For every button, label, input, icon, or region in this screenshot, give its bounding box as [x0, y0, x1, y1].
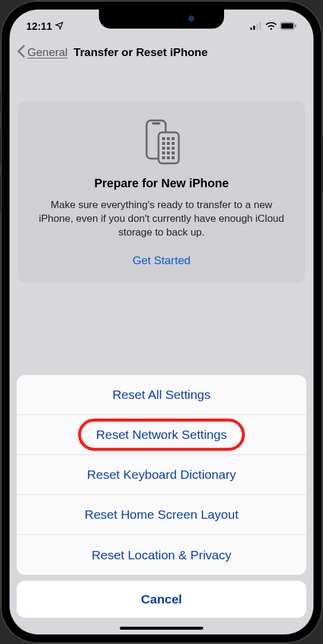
- svg-rect-23: [167, 156, 170, 159]
- prepare-card: Prepare for New iPhone Make sure everyth…: [18, 101, 305, 283]
- svg-rect-21: [172, 151, 175, 154]
- svg-rect-11: [167, 137, 170, 140]
- svg-rect-2: [256, 24, 258, 30]
- get-started-button[interactable]: Get Started: [30, 254, 293, 267]
- svg-rect-16: [162, 147, 165, 150]
- svg-rect-6: [295, 24, 296, 27]
- action-sheet: Reset All SettingsReset Network Settings…: [17, 375, 306, 575]
- action-item-reset-home-screen-layout[interactable]: Reset Home Screen Layout: [17, 495, 306, 535]
- svg-rect-20: [167, 151, 170, 154]
- back-button[interactable]: General: [27, 46, 68, 59]
- content-area: Prepare for New iPhone Make sure everyth…: [10, 67, 313, 283]
- svg-rect-17: [167, 147, 170, 150]
- status-time: 12:11: [26, 21, 52, 33]
- action-item-reset-keyboard-dictionary[interactable]: Reset Keyboard Dictionary: [17, 455, 306, 495]
- svg-rect-13: [162, 142, 165, 145]
- screen: 12:11: [10, 10, 313, 634]
- highlight-ring: [78, 419, 245, 451]
- action-item-reset-network-settings[interactable]: Reset Network Settings: [17, 415, 306, 455]
- card-description: Make sure everything's ready to transfer…: [30, 199, 293, 240]
- svg-rect-24: [172, 156, 175, 159]
- page-title: Transfer or Reset iPhone: [74, 46, 208, 59]
- svg-rect-18: [172, 147, 175, 150]
- volume-down-button: [0, 174, 1, 211]
- status-left: 12:11: [26, 21, 64, 33]
- svg-rect-12: [172, 137, 175, 140]
- phone-frame: 12:11: [0, 0, 323, 644]
- svg-rect-14: [167, 142, 170, 145]
- cellular-signal-icon: [250, 21, 262, 32]
- wifi-icon: [266, 21, 277, 32]
- back-chevron-icon[interactable]: [17, 44, 25, 62]
- volume-up-button: [0, 128, 1, 165]
- svg-rect-3: [259, 22, 261, 30]
- nav-header: General Transfer or Reset iPhone: [10, 38, 313, 67]
- battery-icon: [280, 21, 297, 32]
- svg-rect-8: [152, 122, 160, 125]
- svg-rect-19: [162, 151, 165, 154]
- svg-rect-0: [250, 27, 252, 30]
- svg-rect-15: [172, 142, 175, 145]
- svg-rect-1: [253, 26, 255, 30]
- status-right: [250, 21, 297, 32]
- action-item-reset-location-privacy[interactable]: Reset Location & Privacy: [17, 535, 306, 575]
- mute-switch: [0, 92, 1, 112]
- svg-rect-5: [281, 23, 293, 29]
- notch: [99, 10, 224, 29]
- home-indicator[interactable]: [120, 627, 203, 630]
- action-sheet-overlay: Reset All SettingsReset Network Settings…: [10, 375, 313, 634]
- location-icon: [55, 21, 64, 33]
- cancel-button[interactable]: Cancel: [17, 581, 306, 618]
- svg-rect-22: [162, 156, 165, 159]
- devices-icon: [30, 118, 293, 166]
- card-title: Prepare for New iPhone: [30, 177, 293, 190]
- action-item-reset-all-settings[interactable]: Reset All Settings: [17, 375, 306, 415]
- svg-rect-10: [162, 137, 165, 140]
